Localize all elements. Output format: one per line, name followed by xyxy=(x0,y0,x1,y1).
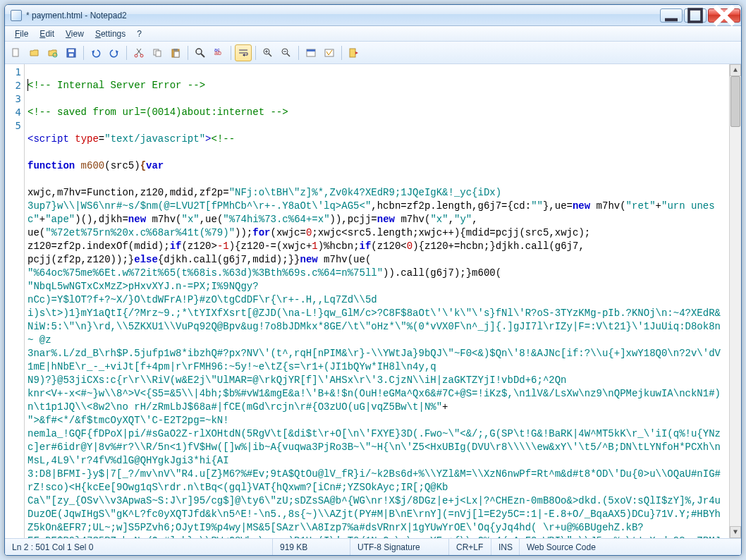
status-filesize: 919 KB xyxy=(273,539,350,555)
menu-help[interactable]: ? xyxy=(131,28,147,40)
text-caret xyxy=(27,79,28,91)
svg-rect-19 xyxy=(173,49,178,51)
open-file-button[interactable] xyxy=(26,44,43,61)
svg-line-33 xyxy=(287,54,290,56)
status-encoding: UTF-8 Signature xyxy=(350,539,449,555)
browse-button[interactable] xyxy=(44,44,61,61)
svg-marker-27 xyxy=(243,54,245,56)
line-gutter: 1 2 3 4 5 xyxy=(5,64,25,538)
svg-line-29 xyxy=(269,54,271,56)
code-area[interactable]: <!-- Internal Server Error --> <!-- save… xyxy=(25,64,729,538)
titlebar: * payment.html - Notepad2 xyxy=(5,5,741,26)
svg-line-22 xyxy=(201,54,204,57)
svg-point-21 xyxy=(196,49,202,54)
exit-button[interactable] xyxy=(346,44,362,61)
svg-marker-39 xyxy=(355,51,358,54)
undo-button[interactable] xyxy=(87,44,104,61)
editor[interactable]: 1 2 3 4 5 <!-- Internal Server Error -->… xyxy=(5,64,741,538)
scroll-down-button[interactable]: ▼ xyxy=(730,526,741,538)
toolbar-sep xyxy=(83,46,84,60)
menu-edit[interactable]: Edit xyxy=(34,28,60,40)
toolbar: abac xyxy=(5,42,741,64)
menu-file[interactable]: File xyxy=(9,28,34,40)
svg-point-15 xyxy=(140,54,143,57)
svg-rect-36 xyxy=(307,49,315,51)
svg-rect-20 xyxy=(174,51,179,57)
statusbar: Ln 2 : 501 Col 1 Sel 0 919 KB UTF-8 Sign… xyxy=(5,538,741,555)
word-wrap-button[interactable] xyxy=(235,44,252,61)
window-title: * payment.html - Notepad2 xyxy=(26,11,659,20)
scroll-up-button[interactable]: ▲ xyxy=(730,64,741,76)
toolbar-sep xyxy=(298,46,299,60)
toolbar-sep xyxy=(188,46,188,60)
status-lineending: CR+LF xyxy=(449,539,491,555)
save-button[interactable] xyxy=(63,44,80,61)
cut-button[interactable] xyxy=(130,44,147,61)
svg-text:ac: ac xyxy=(214,47,220,52)
replace-button[interactable]: abac xyxy=(210,44,227,61)
redo-button[interactable] xyxy=(106,44,123,61)
customize-button[interactable] xyxy=(321,44,338,61)
menu-view[interactable]: View xyxy=(60,28,90,40)
svg-rect-8 xyxy=(68,49,74,52)
svg-rect-9 xyxy=(69,54,73,56)
find-button[interactable] xyxy=(192,44,209,61)
toolbar-sep xyxy=(126,46,127,60)
zoom-in-button[interactable] xyxy=(259,44,276,61)
svg-rect-1 xyxy=(689,9,702,22)
svg-rect-17 xyxy=(156,51,161,56)
svg-rect-38 xyxy=(350,49,355,57)
scheme-button[interactable] xyxy=(302,44,319,61)
app-window: * payment.html - Notepad2 File Edit View… xyxy=(4,4,742,556)
vertical-scrollbar[interactable]: ▲ ▼ xyxy=(729,64,741,538)
status-insertmode: INS xyxy=(491,539,520,555)
scroll-thumb[interactable] xyxy=(730,76,740,127)
status-language: Web Source Code xyxy=(520,539,741,555)
new-file-button[interactable] xyxy=(8,44,25,61)
status-position: Ln 2 : 501 Col 1 Sel 0 xyxy=(5,539,273,555)
zoom-out-button[interactable] xyxy=(278,44,295,61)
toolbar-sep xyxy=(231,46,231,60)
svg-point-14 xyxy=(135,54,137,57)
paste-button[interactable] xyxy=(167,44,184,61)
close-button[interactable] xyxy=(708,8,740,23)
copy-button[interactable] xyxy=(149,44,166,61)
toolbar-sep xyxy=(255,46,256,60)
toolbar-sep xyxy=(341,46,342,60)
scroll-track[interactable] xyxy=(730,76,741,526)
minimize-button[interactable] xyxy=(660,8,683,23)
menu-settings[interactable]: Settings xyxy=(90,28,131,40)
menubar: File Edit View Settings ? xyxy=(5,26,741,42)
app-icon xyxy=(11,10,22,21)
maximize-button[interactable] xyxy=(684,8,707,23)
